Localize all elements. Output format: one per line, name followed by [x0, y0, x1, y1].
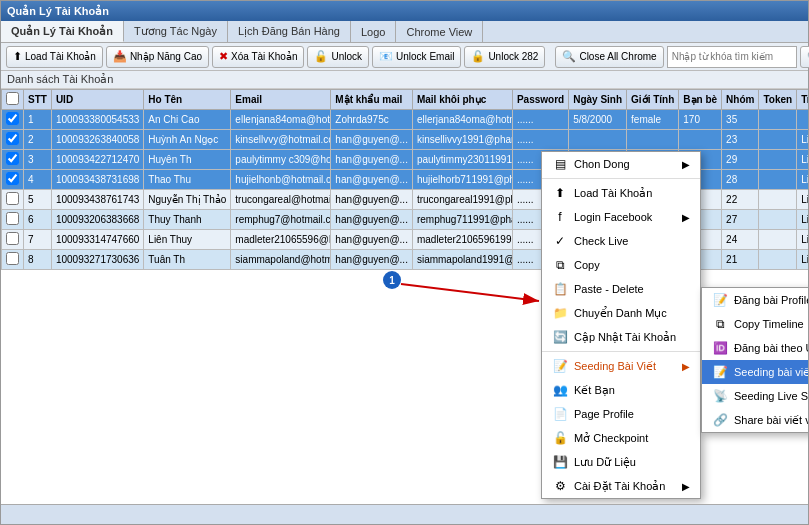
select-all-checkbox[interactable] — [6, 92, 19, 105]
cell-0-10: 170 — [679, 110, 722, 130]
submenu-item-4[interactable]: 📡Seeding Live Stream — [702, 384, 808, 408]
unlock282-icon: 🔓 — [471, 50, 485, 63]
context-menu-item-1[interactable]: ⬆Load Tài Khoản — [542, 181, 700, 205]
cell-3-12 — [759, 170, 797, 190]
cell-7-2: 100093271730636 — [51, 250, 143, 270]
cell-6-5: han@guyen@... — [331, 230, 413, 250]
context-menu: ▤Chon Dong▶⬆Load Tài KhoảnfLogin Faceboo… — [541, 151, 701, 499]
cell-1-13: Live — [797, 130, 808, 150]
cell-7-5: han@guyen@... — [331, 250, 413, 270]
context-menu-item-12[interactable]: 💾Lưu Dữ Liệu — [542, 450, 700, 474]
context-menu-item-0[interactable]: ▤Chon Dong▶ — [542, 152, 700, 176]
row-checkbox-4[interactable] — [6, 192, 19, 205]
cell-2-13: Live — [797, 150, 808, 170]
context-menu-item-6[interactable]: 📁Chuyển Danh Mục — [542, 301, 700, 325]
context-menu-item-8[interactable]: 📝Seeding Bài Viết▶ — [542, 354, 700, 378]
cell-1-11: 23 — [722, 130, 759, 150]
submenu-item-5[interactable]: 🔗Share bài viết vào Group — [702, 408, 808, 432]
close-chrome-button[interactable]: 🔍 Close All Chrome — [555, 46, 663, 68]
tab-4[interactable]: Chrome View — [396, 21, 483, 42]
search-input[interactable] — [672, 51, 792, 62]
cell-1-1: 2 — [24, 130, 52, 150]
context-menu-item-10[interactable]: 📄Page Profile — [542, 402, 700, 426]
context-menu-item-3[interactable]: ✓Check Live — [542, 229, 700, 253]
context-menu-item-11[interactable]: 🔓Mở Checkpoint — [542, 426, 700, 450]
cell-1-3: Huỳnh An Ngọc — [144, 130, 231, 150]
table-row[interactable]: 1100093380054533An Chi Caoellenjana84oma… — [2, 110, 809, 130]
delete-button[interactable]: ✖ Xóa Tài Khoản — [212, 46, 304, 68]
col-header-12: Token — [759, 90, 797, 110]
cell-3-4: hujielhonb@hotmail.com — [231, 170, 331, 190]
row-checkbox-3[interactable] — [6, 172, 19, 185]
cell-3-13: Live — [797, 170, 808, 190]
menu-item-label-1: Load Tài Khoản — [574, 187, 652, 200]
table-row[interactable]: 2100093263840058Huỳnh An Ngọckinsellvvy@… — [2, 130, 809, 150]
submenu-item-0[interactable]: 📝Đăng bài Profile — [702, 288, 808, 312]
submenu-item-label-2: Đăng bài theo UID — [734, 342, 808, 354]
menu-item-icon-11: 🔓 — [552, 430, 568, 446]
submenu-item-3[interactable]: 📝Seeding bài viết — [702, 360, 808, 384]
chrome-icon: 🔍 — [562, 50, 576, 63]
cell-4-13: Live — [797, 190, 808, 210]
menu-item-label-11: Mở Checkpoint — [574, 432, 648, 445]
cell-0-9: female — [627, 110, 679, 130]
cell-3-11: 28 — [722, 170, 759, 190]
cell-4-3: Nguyễn Thị Thảo — [144, 190, 231, 210]
cell-3-6: hujielhorb711991@phannem — [412, 170, 512, 190]
cell-6-12 — [759, 230, 797, 250]
search-box — [667, 46, 797, 68]
annotation-1: 1 — [383, 271, 401, 289]
search-button[interactable]: 🔍 Search — [800, 46, 809, 68]
cell-1-2: 100093263840058 — [51, 130, 143, 150]
load-account-button[interactable]: ⬆ Load Tài Khoản — [6, 46, 103, 68]
cell-2-1: 3 — [24, 150, 52, 170]
submenu-arrow-13: ▶ — [682, 481, 690, 492]
cell-5-5: han@guyen@... — [331, 210, 413, 230]
unlock282-button[interactable]: 🔓 Unlock 282 — [464, 46, 545, 68]
context-menu-item-2[interactable]: fLogin Facebook▶ — [542, 205, 700, 229]
cell-0-2: 100093380054533 — [51, 110, 143, 130]
unlock-button[interactable]: 🔓 Unlock — [307, 46, 369, 68]
context-menu-item-9[interactable]: 👥Kết Bạn — [542, 378, 700, 402]
cell-5-0 — [2, 210, 24, 230]
menu-item-icon-12: 💾 — [552, 454, 568, 470]
cell-5-3: Thuy Thanh — [144, 210, 231, 230]
submenu-item-label-3: Seeding bài viết — [734, 366, 808, 379]
row-checkbox-7[interactable] — [6, 252, 19, 265]
row-checkbox-2[interactable] — [6, 152, 19, 165]
submenu-item-1[interactable]: ⧉Copy Timeline — [702, 312, 808, 336]
submenu-item-icon-4: 📡 — [712, 388, 728, 404]
submenu-item-2[interactable]: 🆔Đăng bài theo UID — [702, 336, 808, 360]
menu-item-label-0: Chon Dong — [574, 158, 630, 170]
col-header-0 — [2, 90, 24, 110]
tab-2[interactable]: Lịch Đăng Bán Hàng — [228, 21, 351, 42]
col-header-9: Giới Tính — [627, 90, 679, 110]
context-menu-item-13[interactable]: ⚙Cài Đặt Tài Khoản▶ — [542, 474, 700, 498]
cell-0-8: 5/8/2000 — [569, 110, 627, 130]
cell-6-1: 7 — [24, 230, 52, 250]
tab-bar: Quản Lý Tài KhoảnTương Tác NgàyLịch Đăng… — [1, 21, 808, 43]
col-header-1: STT — [24, 90, 52, 110]
row-checkbox-0[interactable] — [6, 112, 19, 125]
cell-0-11: 35 — [722, 110, 759, 130]
cell-4-12 — [759, 190, 797, 210]
menu-item-label-8: Seeding Bài Viết — [574, 360, 656, 373]
cell-3-2: 100093438731698 — [51, 170, 143, 190]
col-header-2: UID — [51, 90, 143, 110]
subtitle: Danh sách Tài Khoản — [1, 71, 808, 89]
tab-1[interactable]: Tương Tác Ngày — [124, 21, 228, 42]
context-menu-item-4[interactable]: ⧉Copy — [542, 253, 700, 277]
submenu-arrow-2: ▶ — [682, 212, 690, 223]
cell-5-4: remphug7@hotmail.com — [231, 210, 331, 230]
tab-0[interactable]: Quản Lý Tài Khoản — [1, 21, 124, 42]
row-checkbox-1[interactable] — [6, 132, 19, 145]
context-menu-item-5[interactable]: 📋Paste - Delete — [542, 277, 700, 301]
tab-3[interactable]: Logo — [351, 21, 396, 42]
import-button[interactable]: 📥 Nhập Năng Cao — [106, 46, 209, 68]
menu-item-icon-10: 📄 — [552, 406, 568, 422]
unlock-email-button[interactable]: 📧 Unlock Email — [372, 46, 461, 68]
row-checkbox-5[interactable] — [6, 212, 19, 225]
row-checkbox-6[interactable] — [6, 232, 19, 245]
context-menu-item-7[interactable]: 🔄Cập Nhật Tài Khoản — [542, 325, 700, 349]
cell-1-12 — [759, 130, 797, 150]
